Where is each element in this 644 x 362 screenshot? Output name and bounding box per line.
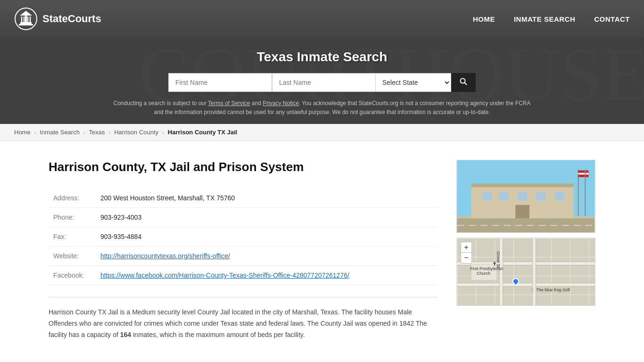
- breadcrumb-home[interactable]: Home: [14, 129, 31, 136]
- address-value: 200 West Houston Street, Marshall, TX 75…: [96, 189, 438, 208]
- website-label: Website:: [49, 247, 96, 266]
- privacy-link[interactable]: Privacy Notice: [263, 100, 299, 107]
- address-label: Address:: [49, 189, 96, 208]
- website-link[interactable]: http://harrisoncountytexas.org/sheriffs-…: [100, 252, 230, 260]
- hero-section: Texas Inmate Search Select StateAlabamaA…: [0, 38, 644, 124]
- search-button[interactable]: [451, 73, 476, 92]
- fax-row: Fax: 903-935-4884: [49, 227, 438, 247]
- breadcrumb-state[interactable]: Texas: [89, 129, 105, 136]
- phone-label: Phone:: [49, 208, 96, 227]
- map-zoom-in[interactable]: +: [461, 242, 471, 253]
- svg-rect-20: [515, 205, 529, 219]
- map-label-church2: Church: [477, 271, 490, 276]
- capacity-value: 164: [120, 331, 131, 338]
- breadcrumb-sep-4: ›: [162, 130, 164, 135]
- website-row: Website: http://harrisoncountytexas.org/…: [49, 247, 438, 266]
- breadcrumb-sep-1: ›: [34, 130, 36, 135]
- facebook-link[interactable]: https://www.facebook.com/Harrison-County…: [100, 272, 349, 279]
- svg-rect-25: [578, 175, 589, 177]
- breadcrumb-county[interactable]: Harrison County: [114, 129, 158, 136]
- facility-building-svg: [457, 160, 595, 232]
- facebook-value: https://www.facebook.com/Harrison-County…: [96, 266, 438, 285]
- description-text2: inmates, which is the maximum amount of …: [131, 331, 305, 338]
- logo-icon: [14, 7, 38, 31]
- map-road-v1: [499, 238, 503, 305]
- website-value: http://harrisoncountytexas.org/sheriffs-…: [96, 247, 438, 266]
- svg-rect-17: [518, 192, 527, 200]
- fax-value: 903-935-4884: [96, 227, 438, 247]
- facility-info-table: Address: 200 West Houston Street, Marsha…: [49, 189, 438, 285]
- last-name-input[interactable]: [272, 73, 376, 92]
- disclaimer-text2: and: [250, 100, 263, 107]
- breadcrumb: Home › Inmate Search › Texas › Harrison …: [0, 124, 644, 141]
- first-name-input[interactable]: [168, 73, 272, 92]
- map-controls: + −: [461, 242, 472, 263]
- fax-label: Fax:: [49, 227, 96, 247]
- breadcrumb-current: Harrison County TX Jail: [168, 129, 237, 136]
- breadcrumb-sep-2: ›: [83, 130, 85, 135]
- address-row: Address: 200 West Houston Street, Marsha…: [49, 189, 438, 208]
- map-zoom-out[interactable]: −: [461, 253, 471, 263]
- site-header: StateCourts HOME INMATE SEARCH CONTACT: [0, 0, 644, 38]
- map-container: First Presbyterian Church ✝ 🍴 The blue f…: [456, 238, 595, 306]
- nav-inmate-search[interactable]: INMATE SEARCH: [514, 15, 575, 23]
- svg-rect-1: [20, 22, 32, 24]
- map-road-v2: [532, 238, 536, 305]
- map-label-grove: Grove St: [496, 251, 501, 268]
- svg-rect-15: [483, 192, 492, 200]
- logo-text: StateCourts: [42, 13, 101, 25]
- svg-rect-23: [578, 171, 589, 173]
- content-left: Harrison County, TX Jail and Prison Syst…: [49, 160, 438, 340]
- svg-rect-18: [537, 192, 546, 200]
- svg-rect-24: [578, 173, 589, 175]
- facebook-row: Facebook: https://www.facebook.com/Harri…: [49, 266, 438, 285]
- facebook-label: Facebook:: [49, 266, 96, 285]
- breadcrumb-sep-3: ›: [109, 130, 111, 135]
- facility-image: [456, 160, 595, 233]
- map-label-grill1: 🍴 The blue frog Grill: [530, 288, 570, 292]
- nav-contact[interactable]: CONTACT: [594, 15, 630, 23]
- map-inner: First Presbyterian Church ✝ 🍴 The blue f…: [457, 238, 595, 305]
- breadcrumb-inmate-search[interactable]: Inmate Search: [40, 129, 80, 136]
- main-content: Harrison County, TX Jail and Prison Syst…: [25, 141, 619, 359]
- disclaimer-text1: Conducting a search is subject to our: [114, 100, 208, 107]
- svg-rect-19: [555, 192, 564, 200]
- svg-rect-16: [499, 192, 509, 200]
- search-icon: [460, 78, 467, 85]
- svg-point-9: [461, 79, 465, 83]
- svg-rect-14: [471, 184, 574, 188]
- content-right: First Presbyterian Church ✝ 🍴 The blue f…: [456, 160, 595, 340]
- phone-row: Phone: 903-923-4003: [49, 208, 438, 227]
- search-bar: Select StateAlabamaAlaskaArizonaArkansas…: [9, 73, 635, 92]
- svg-rect-2: [19, 24, 33, 25]
- phone-value: 903-923-4003: [96, 208, 438, 227]
- nav-home[interactable]: HOME: [473, 15, 495, 23]
- facility-description: Harrison County TX Jail is a Medium secu…: [49, 297, 438, 340]
- svg-line-10: [465, 83, 467, 85]
- tos-link[interactable]: Terms of Service: [208, 100, 250, 107]
- page-title: Harrison County, TX Jail and Prison Syst…: [49, 160, 438, 174]
- main-nav: HOME INMATE SEARCH CONTACT: [473, 15, 630, 23]
- svg-marker-4: [20, 11, 32, 16]
- hero-title: Texas Inmate Search: [9, 49, 635, 65]
- map-road-h1: [457, 283, 595, 287]
- state-select[interactable]: Select StateAlabamaAlaskaArizonaArkansas…: [376, 73, 451, 92]
- disclaimer: Conducting a search is subject to our Te…: [110, 99, 534, 117]
- site-logo[interactable]: StateCourts: [14, 7, 101, 31]
